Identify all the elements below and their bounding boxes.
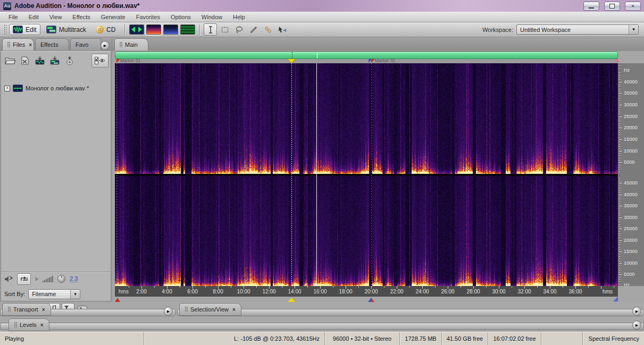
selection-view-panel-menu-button[interactable]: ▶	[632, 307, 641, 316]
marker-handle[interactable]	[115, 298, 120, 302]
effects-paintbrush-tool-button[interactable]	[247, 23, 260, 36]
workspace-select[interactable]: Untitled Workspace ▼	[516, 24, 639, 35]
import-file-button[interactable]	[3, 54, 16, 67]
tab-transport[interactable]: Transport ×	[2, 303, 51, 316]
file-name: Монолог о любви.wav *	[26, 85, 89, 91]
frequency-minor-tick	[619, 258, 620, 259]
preview-play-icon[interactable]	[34, 276, 39, 282]
frequency-minor-tick	[619, 268, 620, 268]
scrub-tool-button[interactable]	[275, 23, 289, 36]
files-panel: Files × Effects Favo ▶	[0, 37, 112, 302]
marker-handle-row[interactable]	[115, 297, 618, 302]
marker-flag[interactable]	[371, 59, 375, 63]
time-selection-tool-button[interactable]	[204, 23, 217, 36]
tab-main[interactable]: Main	[114, 38, 148, 51]
menu-item-options[interactable]: Options	[165, 13, 196, 21]
close-tab-icon[interactable]: ×	[232, 307, 236, 313]
close-tab-icon[interactable]: ×	[29, 42, 32, 48]
preview-volume-knob[interactable]	[57, 275, 65, 283]
cti-line	[291, 63, 292, 286]
cti-handle-top[interactable]	[288, 59, 295, 63]
spectral-frequency-display-button[interactable]	[146, 24, 161, 35]
loop-playback-button[interactable]	[17, 273, 31, 285]
cti-handle-bottom[interactable]	[288, 298, 295, 302]
menu-item-window[interactable]: Window	[196, 13, 228, 21]
timeline-minor-tick	[129, 286, 129, 288]
levels-panel-menu-button[interactable]: ▶	[632, 321, 641, 330]
menu-item-file[interactable]: File	[3, 13, 23, 21]
menu-item-view[interactable]: View	[44, 13, 68, 21]
chevron-down-icon[interactable]: ▼	[70, 290, 80, 299]
frequency-ruler[interactable]: 400003500030000250002000015000100005000H…	[618, 63, 644, 286]
close-tab-icon[interactable]: ×	[42, 307, 45, 313]
tab-favorites-label: Favo	[76, 41, 88, 48]
preview-volume-value[interactable]: 2.3	[70, 275, 78, 282]
marker-label: Marker 02	[375, 58, 395, 63]
manage-display-options-button[interactable]	[91, 54, 108, 68]
marquee-selection-tool-button[interactable]	[218, 23, 231, 36]
expand-icon[interactable]: +	[4, 86, 10, 91]
frequency-label: 25000	[624, 226, 638, 231]
restore-button[interactable]	[604, 2, 620, 11]
timeline-label: 26:00	[441, 289, 454, 294]
spectral-display[interactable]	[115, 63, 618, 286]
menu-item-favorites[interactable]: Favorites	[131, 13, 165, 21]
status-display-mode: Spectral Frequency	[582, 332, 644, 345]
close-tab-icon[interactable]: ×	[40, 322, 44, 328]
timeline-label: 12:00	[262, 289, 275, 294]
insert-into-multitrack-icon	[35, 56, 45, 65]
toolbar-grip[interactable]	[4, 25, 7, 35]
transport-panel-menu-button[interactable]: ▶	[164, 307, 173, 316]
minimize-button[interactable]	[583, 2, 599, 11]
cd-view-button[interactable]: CD	[92, 24, 119, 35]
timeline-ruler[interactable]: hms hms 2:004:006:008:0010:0012:0014:001…	[115, 286, 618, 297]
marker-handle-right	[371, 298, 374, 302]
menu-item-help[interactable]: Help	[228, 13, 250, 21]
multitrack-view-button[interactable]: Multitrack	[43, 24, 90, 35]
preview-volume-icon[interactable]	[43, 275, 54, 282]
insert-into-cd-list-button[interactable]	[63, 54, 76, 67]
workspace-value: Untitled Workspace	[520, 27, 571, 33]
marker-flag[interactable]	[116, 59, 120, 63]
insert-into-multitrack-button[interactable]	[33, 54, 46, 67]
main-editor-panel: Main Marker 01Marker 02 4000035000300002…	[112, 37, 644, 302]
panel-resize-handle[interactable]	[613, 297, 618, 301]
tab-favorites[interactable]: Favo	[70, 38, 101, 51]
frequency-minor-tick	[619, 188, 620, 188]
close-button[interactable]: ×	[625, 2, 641, 11]
spectral-canvas[interactable]	[115, 63, 618, 286]
frequency-label: 20000	[624, 125, 638, 130]
horizontal-zoom-bar[interactable]	[115, 52, 618, 59]
chevron-down-icon[interactable]: ▼	[629, 25, 638, 34]
frequency-minor-tick	[619, 265, 620, 266]
tab-files-label: Files	[13, 41, 25, 48]
tab-files[interactable]: Files ×	[2, 38, 34, 51]
menu-item-effects[interactable]: Effects	[67, 13, 95, 21]
tab-effects[interactable]: Effects	[35, 38, 69, 51]
tab-levels[interactable]: Levels ×	[9, 318, 49, 331]
close-file-button[interactable]	[18, 54, 31, 67]
menu-item-generate[interactable]: Generate	[96, 13, 131, 21]
edit-view-button[interactable]: Edit	[9, 24, 40, 35]
frequency-major-tick	[619, 274, 622, 275]
marker-handle[interactable]	[368, 298, 374, 302]
frequency-minor-tick	[619, 224, 620, 225]
timeline-minor-tick	[537, 286, 538, 288]
frequency-major-tick	[619, 151, 622, 152]
time-selection-tool-icon	[206, 26, 215, 34]
status-file-size: 1728.75 MB	[399, 332, 441, 345]
frequency-minor-tick	[619, 112, 620, 112]
spectral-phase-display-button[interactable]	[180, 24, 195, 35]
auto-play-icon[interactable]	[4, 275, 14, 283]
lasso-selection-tool-button[interactable]	[232, 23, 246, 36]
app-icon: Au	[3, 2, 11, 10]
spectral-pan-display-button[interactable]	[163, 24, 178, 35]
menu-item-edit[interactable]: Edit	[23, 13, 44, 21]
files-panel-menu-button[interactable]: ▶	[101, 41, 110, 50]
waveform-display-button[interactable]	[129, 24, 144, 35]
tab-selection-view[interactable]: Selection/View ×	[179, 303, 241, 316]
spot-healing-brush-tool-button[interactable]	[261, 23, 274, 36]
file-list-item[interactable]: + Монолог о любви.wav *	[4, 85, 89, 92]
insert-into-session-button[interactable]	[48, 54, 61, 67]
sort-by-select[interactable]: Filename ▼	[28, 289, 80, 299]
